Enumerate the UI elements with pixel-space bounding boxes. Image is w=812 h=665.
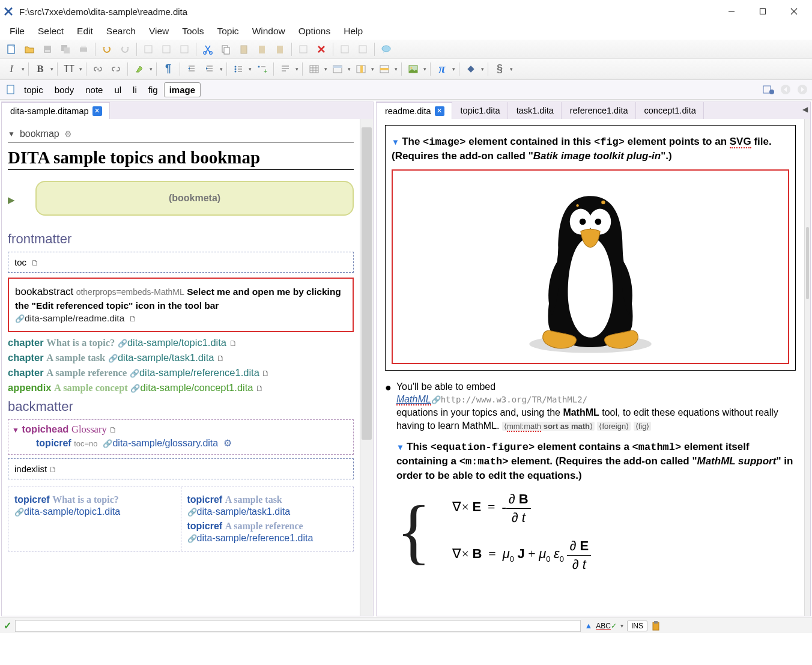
bookmeta-box[interactable]: (bookmeta) bbox=[35, 181, 354, 216]
teletype-icon[interactable]: TT bbox=[61, 61, 77, 77]
bc-topic[interactable]: topic bbox=[19, 82, 49, 97]
action-1-icon[interactable] bbox=[140, 41, 157, 57]
menu-window[interactable]: Window bbox=[246, 24, 291, 38]
clipboard-icon[interactable] bbox=[651, 621, 661, 631]
indexlist-box[interactable]: indexlist 🗋 bbox=[8, 458, 354, 479]
status-up-icon[interactable]: ▲ bbox=[584, 621, 592, 630]
italic-drop[interactable]: ▾ bbox=[20, 66, 26, 72]
open-icon[interactable] bbox=[21, 41, 38, 57]
pi-icon[interactable]: π bbox=[434, 61, 450, 77]
menu-view[interactable]: View bbox=[143, 24, 175, 38]
tab-readme[interactable]: readme.dita ✕ bbox=[377, 102, 452, 119]
outdent-icon[interactable] bbox=[183, 61, 200, 77]
right-editor[interactable]: ▼ The <image> element contained in this … bbox=[377, 119, 810, 616]
italic-icon[interactable]: I bbox=[3, 61, 20, 77]
menu-tools[interactable]: Tools bbox=[176, 24, 210, 38]
equation-block[interactable]: { ∇× E = -∂ B∂ t ∇× B = μ0 J + μ0 ε0 ∂ E… bbox=[396, 487, 796, 577]
cut-icon[interactable] bbox=[199, 41, 216, 57]
image-frame[interactable] bbox=[392, 169, 789, 364]
reltable-col1[interactable]: topicref What is a topic? 🔗dita-sample/t… bbox=[8, 487, 181, 551]
pilcrow-icon[interactable]: ¶ bbox=[160, 61, 177, 77]
bc-image[interactable]: image bbox=[164, 82, 201, 97]
menu-help[interactable]: Help bbox=[338, 24, 369, 38]
bc-body[interactable]: body bbox=[49, 82, 80, 97]
left-scrollbar[interactable] bbox=[360, 119, 373, 616]
s-drop[interactable]: ▾ bbox=[508, 66, 514, 72]
format-icon[interactable] bbox=[277, 61, 294, 77]
list-ul-icon[interactable] bbox=[230, 61, 247, 77]
minimize-button[interactable] bbox=[716, 1, 747, 22]
paste-icon[interactable] bbox=[235, 41, 252, 57]
t4-drop[interactable]: ▾ bbox=[393, 66, 399, 72]
hl-drop[interactable]: ▾ bbox=[148, 66, 154, 72]
tag-fig[interactable]: ⟨fig⟩ bbox=[634, 422, 652, 431]
menu-topic[interactable]: Topic bbox=[211, 24, 244, 38]
menu-edit[interactable]: Edit bbox=[71, 24, 99, 38]
right-scrollbar[interactable] bbox=[804, 119, 810, 616]
chapter-3[interactable]: chapter A sample reference 🔗dita-sample/… bbox=[8, 367, 354, 379]
tab-close-icon[interactable]: ✕ bbox=[435, 106, 444, 116]
nav-back-icon[interactable] bbox=[780, 84, 792, 96]
status-drop[interactable]: ▾ bbox=[620, 622, 623, 629]
section-icon[interactable]: § bbox=[491, 61, 508, 77]
pi-drop[interactable]: ▾ bbox=[450, 66, 456, 72]
topichead-box[interactable]: ▼ topichead Glossary 🗋 topicref toc=no 🔗… bbox=[8, 419, 354, 455]
maximize-button[interactable] bbox=[747, 1, 778, 22]
tabs-overflow-icon[interactable]: ◀ bbox=[802, 105, 808, 114]
img-drop[interactable]: ▾ bbox=[422, 66, 428, 72]
action-3-icon[interactable] bbox=[176, 41, 193, 57]
t3-drop[interactable]: ▾ bbox=[369, 66, 375, 72]
bookabstract-box[interactable]: bookabstract otherprops=embeds-MathML Se… bbox=[8, 278, 354, 332]
expand-icon[interactable]: ▶ bbox=[8, 195, 15, 205]
ul-drop[interactable]: ▾ bbox=[247, 66, 253, 72]
copy-icon[interactable] bbox=[217, 41, 234, 57]
chapter-1[interactable]: chapter What is a topic? 🔗dita-sample/to… bbox=[8, 337, 354, 349]
action-4-icon[interactable] bbox=[295, 41, 312, 57]
fmt-drop[interactable]: ▾ bbox=[294, 66, 300, 72]
indent-icon[interactable] bbox=[201, 61, 218, 77]
collapse-icon[interactable]: ▼ bbox=[8, 130, 15, 138]
comment-icon[interactable] bbox=[378, 41, 395, 57]
bc-li[interactable]: li bbox=[127, 82, 142, 97]
table4-icon[interactable] bbox=[376, 61, 393, 77]
save-icon[interactable] bbox=[39, 41, 56, 57]
print-icon[interactable] bbox=[75, 41, 92, 57]
appendix-1[interactable]: appendix A sample concept 🔗dita-sample/c… bbox=[8, 382, 354, 394]
action-2-icon[interactable] bbox=[158, 41, 175, 57]
tab-concept1[interactable]: concept1.dita bbox=[636, 102, 704, 119]
toc-box[interactable]: toc 🗋 bbox=[8, 252, 354, 273]
tab-topic1[interactable]: topic1.dita bbox=[452, 102, 508, 119]
tab-task1[interactable]: task1.dita bbox=[508, 102, 562, 119]
menu-search[interactable]: Search bbox=[100, 24, 142, 38]
link-icon[interactable] bbox=[89, 61, 106, 77]
spellcheck-icon[interactable]: ABC✓ bbox=[596, 622, 617, 630]
mathml-link[interactable]: MathML bbox=[396, 394, 431, 405]
highlight-icon[interactable] bbox=[131, 61, 148, 77]
tag-mmlmath[interactable]: ⟨mml:math sort as math⟩ bbox=[502, 422, 595, 431]
table2-icon[interactable] bbox=[329, 61, 346, 77]
collapse-icon[interactable]: ▼ bbox=[392, 138, 399, 147]
action-6-icon[interactable] bbox=[354, 41, 371, 57]
menu-file[interactable]: File bbox=[4, 24, 31, 38]
diamond-icon[interactable] bbox=[462, 61, 479, 77]
menu-options[interactable]: Options bbox=[292, 24, 336, 38]
bold-icon[interactable]: B bbox=[32, 61, 49, 77]
delete-icon[interactable] bbox=[313, 41, 330, 57]
new-icon[interactable] bbox=[3, 41, 20, 57]
link2-icon[interactable] bbox=[108, 61, 124, 77]
nav-fwd-icon[interactable] bbox=[796, 84, 808, 96]
gear-icon[interactable]: ⚙ bbox=[64, 129, 72, 139]
tag-foreign[interactable]: ⟨foreign⟩ bbox=[597, 422, 631, 431]
indent-drop[interactable]: ▾ bbox=[218, 66, 224, 72]
tt-drop[interactable]: ▾ bbox=[77, 66, 83, 72]
menu-select[interactable]: Select bbox=[32, 24, 70, 38]
action-5-icon[interactable] bbox=[336, 41, 353, 57]
fig-box[interactable]: ▼ The <image> element contained in this … bbox=[385, 125, 796, 371]
undo-icon[interactable] bbox=[98, 41, 115, 57]
paste-after-icon[interactable] bbox=[271, 41, 288, 57]
bc-doc-icon[interactable] bbox=[4, 82, 18, 97]
tab-reference1[interactable]: reference1.dita bbox=[562, 102, 636, 119]
topicref-glossary[interactable]: topicref toc=no 🔗dita-sample/glossary.di… bbox=[12, 436, 350, 451]
close-button[interactable] bbox=[778, 1, 810, 22]
saveall-icon[interactable] bbox=[57, 41, 74, 57]
